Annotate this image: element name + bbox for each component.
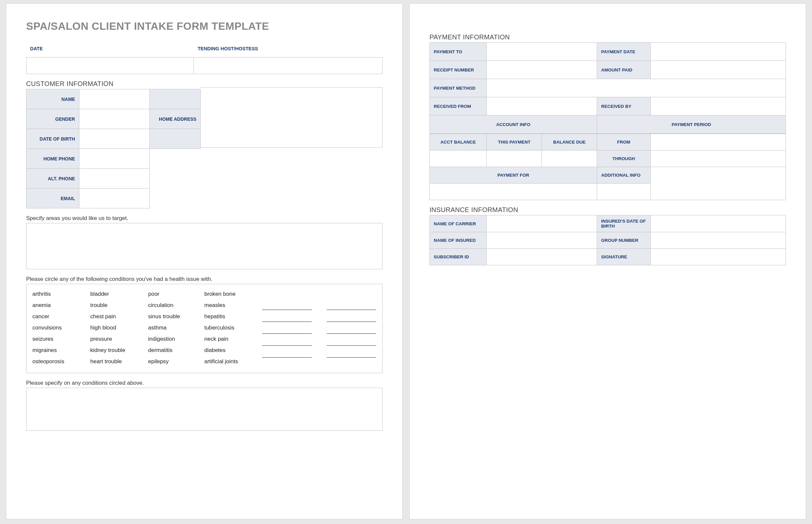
home-address-input[interactable]	[201, 87, 383, 148]
alt-phone-input[interactable]	[79, 169, 149, 189]
cond-item[interactable]: migraines	[32, 347, 90, 354]
date-input[interactable]	[27, 58, 194, 74]
cond-item[interactable]: convulsions	[32, 325, 90, 331]
customer-heading: CUSTOMER INFORMATION	[26, 80, 383, 88]
insured-dob-input[interactable]	[650, 215, 785, 232]
signature-input[interactable]	[650, 249, 785, 265]
home-phone-input[interactable]	[79, 149, 149, 169]
cond-col-2: poor circulation sinus trouble asthma in…	[148, 291, 204, 365]
from-input[interactable]	[650, 134, 785, 150]
received-by-input[interactable]	[650, 97, 785, 115]
dob-input[interactable]	[79, 129, 149, 149]
gender-input[interactable]	[79, 109, 149, 129]
cond-item[interactable]: heart trouble	[90, 358, 148, 365]
payment-method-input[interactable]	[487, 79, 786, 97]
carrier-label: NAME OF CARRIER	[430, 215, 487, 232]
top-inputs	[26, 57, 383, 74]
dob-label: DATE OF BIRTH	[27, 129, 79, 149]
payment-method-label: PAYMENT METHOD	[430, 79, 487, 97]
insured-name-input[interactable]	[487, 232, 597, 249]
page-left: SPA/SALON CLIENT INTAKE FORM TEMPLATE DA…	[6, 3, 403, 519]
cond-item[interactable]: dermatitis	[148, 347, 204, 354]
target-areas-input[interactable]	[26, 223, 383, 269]
name-label: NAME	[27, 89, 79, 109]
cond-item[interactable]: hepatitis	[204, 313, 262, 320]
cond-item[interactable]: cancer	[32, 313, 90, 320]
amount-paid-input[interactable]	[650, 61, 785, 79]
cond-item[interactable]: kidney trouble	[90, 347, 148, 354]
specify-input[interactable]	[26, 388, 383, 431]
host-input[interactable]	[194, 58, 383, 74]
received-by-label: RECEIVED BY	[597, 97, 651, 115]
host-label: TENDING HOST/HOSTESS	[194, 37, 383, 57]
blank-line[interactable]	[262, 315, 312, 322]
blank-line[interactable]	[327, 315, 376, 322]
payment-heading: PAYMENT INFORMATION	[429, 33, 786, 41]
specify-prompt: Please specify on any conditions circled…	[26, 380, 383, 387]
blank-line[interactable]	[262, 339, 312, 346]
payment-period-label: PAYMENT PERIOD	[597, 115, 786, 134]
blank-line[interactable]	[327, 303, 376, 310]
blank-line[interactable]	[327, 339, 376, 346]
subscriber-id-label: SUBSCRIBER ID	[430, 249, 487, 265]
cond-item[interactable]: chest pain	[90, 313, 148, 320]
blank-line[interactable]	[327, 350, 376, 358]
acct-balance-input[interactable]	[430, 150, 487, 167]
cond-item[interactable]: seizures	[32, 336, 90, 342]
cond-item[interactable]: broken bone	[204, 291, 262, 297]
cond-item[interactable]: pressure	[90, 336, 148, 342]
this-payment-label: THIS PAYMENT	[487, 134, 542, 150]
cond-item[interactable]: circulation	[148, 302, 204, 309]
cond-item[interactable]: indigestion	[148, 336, 204, 342]
balance-due-label: BALANCE DUE	[542, 134, 597, 150]
page-right: PAYMENT INFORMATION PAYMENT TO PAYMENT D…	[409, 3, 806, 519]
blank-line[interactable]	[262, 303, 312, 310]
group-number-input[interactable]	[650, 232, 785, 249]
cond-col-0: arthritis anemia cancer convulsions seiz…	[32, 291, 90, 365]
cond-item[interactable]: bladder	[90, 291, 148, 297]
blank-line[interactable]	[262, 327, 312, 334]
blank-line[interactable]	[262, 350, 312, 358]
cond-item[interactable]: artificial joints	[204, 358, 262, 365]
cond-item[interactable]: arthritis	[32, 291, 90, 297]
receipt-number-label: RECEIPT NUMBER	[430, 61, 487, 79]
additional-info-input[interactable]	[650, 167, 785, 200]
cond-item[interactable]: epilepsy	[148, 358, 204, 365]
cond-item[interactable]: high blood	[90, 325, 148, 331]
customer-table: NAME GENDER HOME ADDRESS DATE OF BIRTH H…	[26, 89, 222, 208]
cond-item[interactable]: asthma	[148, 325, 204, 331]
carrier-input[interactable]	[487, 215, 597, 232]
from-label: FROM	[597, 134, 651, 150]
alt-phone-label: ALT. PHONE	[27, 169, 79, 189]
name-input[interactable]	[79, 89, 149, 109]
subscriber-id-input[interactable]	[487, 249, 597, 265]
cond-item[interactable]: sinus trouble	[148, 313, 204, 320]
received-from-input[interactable]	[487, 97, 597, 115]
cond-item[interactable]: poor	[148, 291, 204, 297]
signature-label: SIGNATURE	[597, 249, 651, 265]
payment-for-label: PAYMENT FOR	[430, 167, 597, 184]
cond-item[interactable]: tuberculosis	[204, 325, 262, 331]
email-input[interactable]	[79, 189, 149, 208]
addr-blank-1	[150, 89, 201, 109]
payment-date-label: PAYMENT DATE	[597, 43, 651, 61]
cond-item[interactable]: trouble	[90, 302, 148, 309]
acct-balance-label: ACCT BALANCE	[430, 134, 487, 150]
payment-for-input[interactable]	[430, 184, 597, 200]
cond-item[interactable]: neck pain	[204, 336, 262, 342]
receipt-number-input[interactable]	[487, 61, 597, 79]
cond-col-3: broken bone measles hepatitis tuberculos…	[204, 291, 262, 365]
addr-blank-2	[150, 129, 201, 149]
balance-due-input[interactable]	[542, 150, 597, 167]
additional-info-label: ADDITIONAL INFO	[597, 167, 651, 184]
cond-item[interactable]: anemia	[32, 302, 90, 309]
through-input[interactable]	[650, 150, 785, 167]
payment-date-input[interactable]	[650, 43, 785, 61]
insured-name-label: NAME OF INSURED	[430, 232, 487, 249]
blank-line[interactable]	[327, 327, 376, 334]
cond-item[interactable]: measles	[204, 302, 262, 309]
cond-item[interactable]: diabetes	[204, 347, 262, 354]
cond-item[interactable]: osteoporosis	[32, 358, 90, 365]
this-payment-input[interactable]	[487, 150, 542, 167]
payment-to-input[interactable]	[487, 43, 597, 61]
